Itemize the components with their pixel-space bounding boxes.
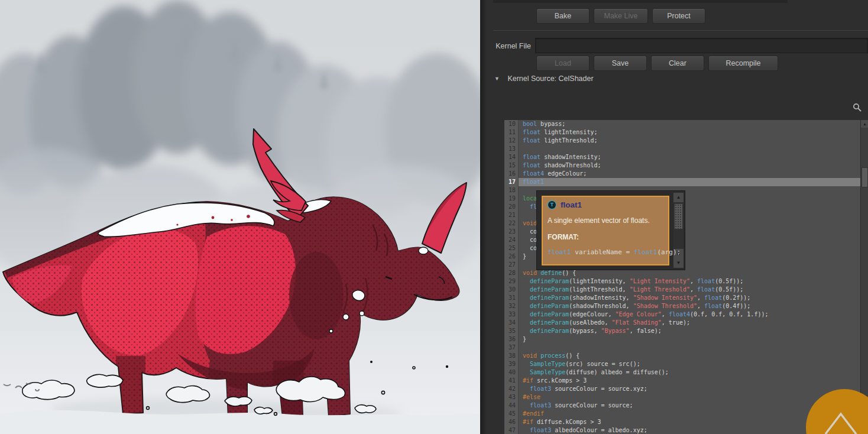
line-number: 37 <box>504 344 519 352</box>
save-button[interactable]: Save <box>594 56 647 71</box>
code-line[interactable]: 15float shadowThreshold; <box>504 161 860 170</box>
make-live-button[interactable]: Make Live <box>594 8 648 24</box>
code-line[interactable]: 29 defineParam(lightIntensity, "Light In… <box>504 277 860 286</box>
line-number: 34 <box>504 319 519 327</box>
tooltip-title: float1 <box>561 200 582 209</box>
line-number: 43 <box>504 393 519 401</box>
kernel-source-row[interactable]: ▼ Kernel Source: CelShader <box>494 75 594 83</box>
code-text: defineParam(shadowIntensity, "Shadow Int… <box>519 294 860 302</box>
code-text: void define() { <box>519 269 860 277</box>
line-number: 40 <box>504 368 519 377</box>
load-button[interactable]: Load <box>536 56 590 71</box>
blinkscript-panel: Bake Make Live Protect Kernel File Load … <box>480 0 868 434</box>
code-line[interactable]: 32 defineParam(shadowThreshold, "Shadow … <box>504 302 860 310</box>
line-number: 11 <box>504 128 519 137</box>
nuke-blinkscript-window: Bake Make Live Protect Kernel File Load … <box>0 0 868 434</box>
popup-scrollbar[interactable]: ▲ ▲ ▼ <box>673 193 684 268</box>
code-text: bool bypass; <box>519 120 860 128</box>
code-line[interactable]: 40 SampleType(diffuse) albedo = diffuse(… <box>504 368 860 377</box>
clear-button[interactable]: Clear <box>651 56 704 71</box>
line-number: 33 <box>504 310 519 319</box>
code-line[interactable]: 30 defineParam(lightThreshold, "Light Th… <box>504 286 860 294</box>
code-line[interactable]: 17float1 <box>504 178 860 186</box>
code-line[interactable]: 33 defineParam(edgeColour, "Edge Colour"… <box>504 310 860 319</box>
line-number: 42 <box>504 385 519 393</box>
kernel-source-label: Kernel Source: CelShader <box>507 75 593 83</box>
line-number: 20 <box>504 203 519 211</box>
line-number: 13 <box>504 145 519 153</box>
code-line[interactable]: 12float lightThreshold; <box>504 137 860 145</box>
line-number: 30 <box>504 286 519 294</box>
code-line[interactable]: 16float4 edgeColour; <box>504 170 860 178</box>
code-line[interactable]: 14float shadowIntensity; <box>504 153 860 161</box>
code-line[interactable]: 13 <box>504 145 860 153</box>
line-number: 16 <box>504 170 519 178</box>
code-text: defineParam(lightThreshold, "Light Thres… <box>519 286 860 294</box>
line-number: 23 <box>504 228 519 236</box>
code-text <box>519 344 860 352</box>
code-lines: 10bool bypass;11float lightIntensity;12f… <box>504 120 860 434</box>
collapse-triangle-icon[interactable]: ▼ <box>494 76 500 82</box>
line-number: 22 <box>504 219 519 228</box>
chevron-up-icon <box>806 389 868 434</box>
code-text: float shadowThreshold; <box>519 161 860 170</box>
code-text: float1 <box>519 178 860 186</box>
code-line[interactable]: 28void define() { <box>504 269 860 277</box>
code-text: void process() { <box>519 352 860 360</box>
code-text: defineParam(lightIntensity, "Light Inten… <box>519 277 860 286</box>
code-text: defineParam(shadowThreshold, "Shadow Thr… <box>519 302 860 310</box>
scrollbar-up-button[interactable]: ▲ <box>861 120 868 128</box>
code-text: } <box>519 335 860 344</box>
search-icon[interactable] <box>853 103 862 112</box>
tooltip-format-code: float1 variableName = float1(arg); <box>548 248 663 256</box>
code-line[interactable]: 31 defineParam(shadowIntensity, "Shadow … <box>504 294 860 302</box>
recompile-button[interactable]: Recompile <box>708 56 778 71</box>
line-number: 32 <box>504 302 519 310</box>
code-text: defineParam(useAlbedo, "Flat Shading", t… <box>519 319 860 327</box>
line-number: 31 <box>504 294 519 302</box>
line-number: 29 <box>504 277 519 286</box>
panel-left-border <box>480 0 487 434</box>
code-line[interactable]: 35 defineParam(bypass, "Bypass", false); <box>504 327 860 335</box>
code-text: SampleType(diffuse) albedo = diffuse(); <box>519 368 860 377</box>
line-number: 26 <box>504 252 519 261</box>
code-text: float lightThreshold; <box>519 137 860 145</box>
code-line[interactable]: 38void process() { <box>504 352 860 360</box>
line-number: 14 <box>504 153 519 161</box>
bake-button[interactable]: Bake <box>536 8 590 24</box>
line-number: 39 <box>504 360 519 368</box>
code-line[interactable]: 39 SampleType(src) source = src(); <box>504 360 860 368</box>
line-number: 19 <box>504 195 519 203</box>
line-number: 28 <box>504 269 519 277</box>
code-line[interactable]: 41#if src.kComps > 3 <box>504 377 860 385</box>
code-line[interactable]: 34 defineParam(useAlbedo, "Flat Shading"… <box>504 319 860 327</box>
line-number: 17 <box>504 178 519 186</box>
line-number: 46 <box>504 418 519 426</box>
autocomplete-popup: ▲ ▲ ▼ T float1 A single element vector o… <box>536 190 685 270</box>
code-line[interactable]: 37 <box>504 344 860 352</box>
line-number: 27 <box>504 261 519 269</box>
editor-scrollbar[interactable]: ▲ <box>860 120 868 434</box>
code-editor[interactable]: 10bool bypass;11float lightIntensity;12f… <box>504 120 860 434</box>
code-text: defineParam(bypass, "Bypass", false); <box>519 327 860 335</box>
line-number: 44 <box>504 401 519 410</box>
code-line[interactable]: 10bool bypass; <box>504 120 860 128</box>
tooltip-description: A single element vector of floats. <box>548 216 663 225</box>
line-number: 36 <box>504 335 519 344</box>
code-line[interactable]: 11float lightIntensity; <box>504 128 860 137</box>
popup-scroll-down-icon[interactable]: ▼ <box>673 258 684 268</box>
kernel-file-label: Kernel File <box>485 42 531 50</box>
line-number: 45 <box>504 410 519 418</box>
line-number: 25 <box>504 244 519 252</box>
line-number: 15 <box>504 161 519 170</box>
scroll-to-top-button[interactable] <box>806 389 868 434</box>
code-text: float4 edgeColour; <box>519 170 860 178</box>
popup-scroll-thumb[interactable] <box>674 203 683 229</box>
kernel-file-input[interactable] <box>535 38 868 53</box>
line-number: 41 <box>504 377 519 385</box>
protect-button[interactable]: Protect <box>652 8 705 24</box>
line-number: 35 <box>504 327 519 335</box>
scrollbar-thumb[interactable] <box>861 167 868 187</box>
popup-scroll-up-icon[interactable]: ▲ <box>673 193 684 202</box>
code-line[interactable]: 36} <box>504 335 860 344</box>
